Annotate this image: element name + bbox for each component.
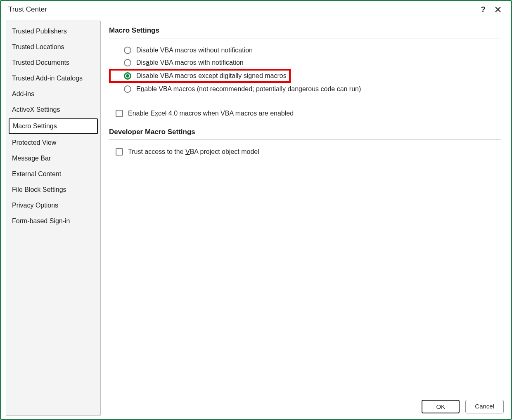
divider bbox=[116, 103, 501, 103]
macro-settings-panel: Macro Settings Disable VBA macros withou… bbox=[109, 21, 506, 416]
macro-settings-heading: Macro Settings bbox=[109, 26, 501, 35]
checkbox-icon bbox=[116, 148, 123, 156]
close-button[interactable] bbox=[491, 3, 505, 16]
checkbox-enable-excel4-macros[interactable]: Enable Excel 4.0 macros when VBA macros … bbox=[109, 107, 501, 120]
trust-center-dialog: Trust Center ? Trusted Publishers Truste… bbox=[0, 0, 512, 420]
radio-icon bbox=[124, 59, 131, 66]
radio-icon bbox=[124, 72, 131, 80]
cancel-button[interactable]: Cancel bbox=[465, 400, 504, 413]
sidebar-item-trusted-publishers[interactable]: Trusted Publishers bbox=[6, 24, 100, 39]
sidebar-item-file-block-settings[interactable]: File Block Settings bbox=[6, 182, 100, 198]
radio-disable-except-signed[interactable]: Disable VBA macros except digitally sign… bbox=[109, 69, 291, 83]
radio-label: Disable VBA macros except digitally sign… bbox=[136, 72, 287, 80]
sidebar-item-trusted-documents[interactable]: Trusted Documents bbox=[6, 55, 100, 71]
ok-button[interactable]: OK bbox=[422, 400, 460, 413]
category-sidebar: Trusted Publishers Trusted Locations Tru… bbox=[6, 21, 101, 416]
titlebar: Trust Center ? bbox=[1, 1, 511, 18]
help-button[interactable]: ? bbox=[476, 3, 491, 16]
sidebar-item-activex-settings[interactable]: ActiveX Settings bbox=[6, 102, 100, 118]
dialog-footer: OK Cancel bbox=[422, 400, 504, 413]
sidebar-item-privacy-options[interactable]: Privacy Options bbox=[6, 198, 100, 213]
dialog-title: Trust Center bbox=[8, 5, 476, 14]
developer-macro-settings-heading: Developer Macro Settings bbox=[109, 128, 501, 136]
radio-disable-with-notification[interactable]: Disable VBA macros with notification bbox=[109, 57, 501, 69]
radio-disable-without-notification[interactable]: Disable VBA macros without notification bbox=[109, 44, 501, 57]
checkbox-icon bbox=[116, 110, 123, 117]
close-icon bbox=[495, 6, 501, 13]
checkbox-trust-vba-project[interactable]: Trust access to the VBA project object m… bbox=[109, 146, 501, 158]
dialog-body: Trusted Publishers Trusted Locations Tru… bbox=[1, 18, 511, 419]
sidebar-item-macro-settings[interactable]: Macro Settings bbox=[9, 118, 98, 134]
section-divider bbox=[109, 139, 501, 140]
sidebar-item-protected-view[interactable]: Protected View bbox=[6, 135, 100, 151]
radio-label: Disable VBA macros with notification bbox=[136, 59, 244, 66]
radio-enable-all-macros[interactable]: Enable VBA macros (not recommended; pote… bbox=[109, 83, 501, 95]
sidebar-item-trusted-locations[interactable]: Trusted Locations bbox=[6, 39, 100, 55]
sidebar-item-addins[interactable]: Add-ins bbox=[6, 86, 100, 102]
radio-icon bbox=[124, 85, 131, 93]
checkbox-label: Trust access to the VBA project object m… bbox=[128, 148, 259, 156]
sidebar-item-form-based-signin[interactable]: Form-based Sign-in bbox=[6, 213, 100, 229]
sidebar-item-external-content[interactable]: External Content bbox=[6, 166, 100, 182]
section-divider bbox=[109, 38, 501, 38]
sidebar-item-message-bar[interactable]: Message Bar bbox=[6, 151, 100, 166]
checkbox-label: Enable Excel 4.0 macros when VBA macros … bbox=[128, 110, 294, 117]
sidebar-item-trusted-addin-catalogs[interactable]: Trusted Add-in Catalogs bbox=[6, 71, 100, 86]
radio-label: Enable VBA macros (not recommended; pote… bbox=[136, 85, 361, 93]
radio-icon bbox=[124, 47, 131, 54]
radio-label: Disable VBA macros without notification bbox=[136, 47, 253, 54]
